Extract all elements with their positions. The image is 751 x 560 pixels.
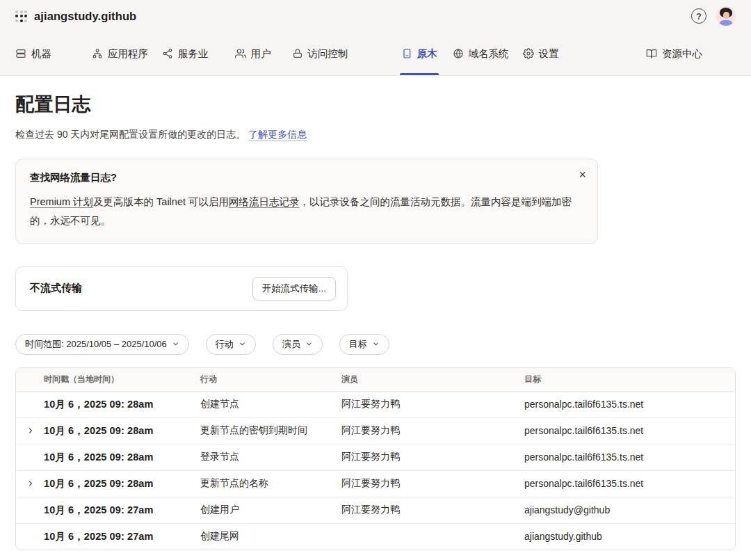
table-row: 10月 6，2025 09: 27am 创建尾网 ajiangstudy.git… — [16, 523, 735, 550]
column-header-timestamp: 时间戳（当地时间） — [44, 374, 200, 385]
nav-item-access-controls[interactable]: 访问控制 — [292, 32, 348, 75]
table-row: 10月 6，2025 09: 28am 更新节点的名称 阿江要努力鸭 perso… — [16, 470, 735, 497]
page-description: 检查过去 90 天内对尾网配置设置所做的更改的日志。 了解更多信息 — [15, 129, 736, 141]
cell-timestamp: 10月 6，2025 09: 28am — [44, 451, 200, 464]
network-flow-logs-banner: 查找网络流量日志? × Premium 计划及更高版本的 Tailnet 可以启… — [15, 159, 598, 244]
nav-label: 资源中心 — [662, 47, 702, 61]
filter-label: 行动 — [216, 338, 234, 351]
filter-actor[interactable]: 演员 — [273, 334, 323, 355]
nav-label: 域名系统 — [469, 47, 509, 61]
column-header-target: 目标 — [524, 374, 735, 385]
cell-timestamp: 10月 6，2025 09: 28am — [44, 477, 200, 490]
user-avatar[interactable] — [716, 6, 736, 26]
cell-timestamp: 10月 6，2025 09: 27am — [44, 504, 200, 517]
cell-timestamp: 10月 6，2025 09: 28am — [44, 424, 200, 438]
cell-action: 创建用户 — [200, 504, 341, 516]
open-book-icon — [646, 48, 657, 59]
nav-label: 服务业 — [178, 47, 209, 61]
nav-item-logs[interactable]: 原木 — [401, 32, 437, 75]
table-row: 10月 6，2025 09: 27am 创建用户 阿江要努力鸭 ajiangst… — [16, 497, 735, 523]
chevron-down-icon — [172, 340, 179, 348]
table-row: 10月 6，2025 09: 28am 创建节点 阿江要努力鸭 personal… — [16, 391, 735, 417]
nav-item-dns[interactable]: 域名系统 — [453, 32, 509, 75]
journal-icon — [401, 48, 412, 59]
learn-more-link[interactable]: 了解更多信息 — [248, 129, 307, 141]
table-row: 10月 6，2025 09: 28am 更新节点的密钥到期时间 阿江要努力鸭 p… — [16, 417, 735, 444]
expand-row-button[interactable] — [16, 418, 44, 444]
cell-action: 创建节点 — [200, 398, 341, 410]
cell-target: ajiangstudy.github — [524, 531, 735, 542]
cell-action: 创建尾网 — [200, 530, 341, 543]
nav-item-users[interactable]: 用户 — [235, 32, 271, 75]
table-header-row: 时间戳（当地时间） 行动 演员 目标 — [16, 368, 735, 391]
column-header-action: 行动 — [200, 374, 341, 385]
cell-action: 更新节点的名称 — [200, 477, 341, 490]
filter-date-range[interactable]: 时间范围: 2025/10/05 – 2025/10/06 — [15, 334, 189, 355]
streaming-status-card: 不流式传输 开始流式传输... — [15, 266, 348, 311]
start-streaming-button[interactable]: 开始流式传输... — [252, 277, 336, 301]
premium-plan-link[interactable]: Premium 计划 — [30, 196, 93, 207]
app-header: ajiangstudy.github ? 机器 应用程序 服务业 用户 — [0, 0, 751, 76]
cell-target: personalpc.tail6f6135.ts.net — [524, 425, 735, 436]
cell-actor: 阿江要努力鸭 — [341, 424, 524, 437]
nav-item-apps[interactable]: 应用程序 — [92, 32, 148, 75]
chevron-right-icon — [26, 426, 35, 435]
streaming-status: 不流式传输 — [30, 282, 82, 295]
expand-row-button[interactable] — [16, 471, 44, 497]
banner-title: 查找网络流量日志? — [30, 171, 583, 184]
nav-label: 应用程序 — [108, 47, 148, 61]
nav-item-resource-center[interactable]: 资源中心 — [646, 32, 702, 75]
tailnet-name: ajiangstudy.github — [34, 10, 136, 23]
cell-actor: 阿江要努力鸭 — [341, 451, 524, 463]
filter-label: 目标 — [349, 338, 367, 351]
chevron-right-icon — [26, 479, 35, 488]
chevron-down-icon — [239, 340, 246, 348]
banner-text: 及更高版本的 Tailnet 可以启用 — [93, 196, 229, 207]
server-icon — [15, 48, 26, 59]
cell-target: personalpc.tail6f6135.ts.net — [524, 451, 735, 463]
cell-target: personalpc.tail6f6135.ts.net — [524, 478, 735, 489]
home-link[interactable]: ajiangstudy.github — [15, 10, 136, 23]
cell-target: ajiangstudy@github — [524, 504, 735, 515]
banner-body: Premium 计划及更高版本的 Tailnet 可以启用网络流日志记录，以记录… — [30, 193, 572, 230]
cell-actor: 阿江要努力鸭 — [341, 398, 524, 410]
filter-label: 时间范围: 2025/10/05 – 2025/10/06 — [25, 338, 167, 351]
avatar-shirt — [719, 20, 733, 26]
filter-target[interactable]: 目标 — [339, 334, 389, 355]
nav-item-services[interactable]: 服务业 — [162, 32, 209, 75]
nav-label: 原木 — [417, 47, 437, 61]
nav-label: 访问控制 — [308, 47, 348, 61]
cell-actor: 阿江要努力鸭 — [341, 477, 524, 490]
globe-icon — [453, 48, 464, 59]
share-nodes-icon — [162, 48, 173, 59]
gear-icon — [523, 48, 534, 59]
filter-label: 演员 — [282, 338, 300, 351]
log-filters: 时间范围: 2025/10/05 – 2025/10/06 行动 演员 目标 — [15, 334, 736, 355]
chevron-down-icon — [372, 340, 380, 348]
nav-label: 用户 — [251, 47, 271, 61]
filter-action[interactable]: 行动 — [206, 334, 256, 355]
nav-item-machines[interactable]: 机器 — [15, 32, 51, 75]
chevron-down-icon — [305, 340, 313, 348]
cell-timestamp: 10月 6，2025 09: 28am — [44, 398, 200, 411]
cell-action: 更新节点的密钥到期时间 — [200, 424, 341, 437]
nav-label: 机器 — [31, 47, 51, 61]
table-row: 10月 6，2025 09: 28am 登录节点 阿江要努力鸭 personal… — [16, 444, 735, 470]
cell-actor: 阿江要努力鸭 — [341, 504, 524, 516]
main-content: 配置日志 检查过去 90 天内对尾网配置设置所做的更改的日志。 了解更多信息 查… — [0, 92, 751, 560]
sitemap-icon — [92, 48, 103, 59]
help-icon[interactable]: ? — [691, 8, 706, 24]
page-description-text: 检查过去 90 天内对尾网配置设置所做的更改的日志。 — [15, 129, 245, 140]
primary-nav: 机器 应用程序 服务业 用户 访问控制 原木 域名系统 设置 — [0, 32, 751, 76]
network-flow-logging-link[interactable]: 网络流日志记录 — [229, 196, 300, 207]
lock-icon — [292, 48, 303, 59]
cell-target: personalpc.tail6f6135.ts.net — [524, 399, 735, 410]
cell-timestamp: 10月 6，2025 09: 27am — [44, 530, 200, 543]
nav-label: 设置 — [539, 47, 559, 61]
nav-item-settings[interactable]: 设置 — [523, 32, 559, 75]
column-header-actor: 演员 — [341, 374, 524, 385]
users-icon — [235, 48, 246, 59]
page-title: 配置日志 — [15, 92, 736, 117]
close-icon[interactable]: × — [579, 168, 586, 181]
audit-log-table: 时间戳（当地时间） 行动 演员 目标 10月 6，2025 09: 28am 创… — [15, 367, 736, 550]
